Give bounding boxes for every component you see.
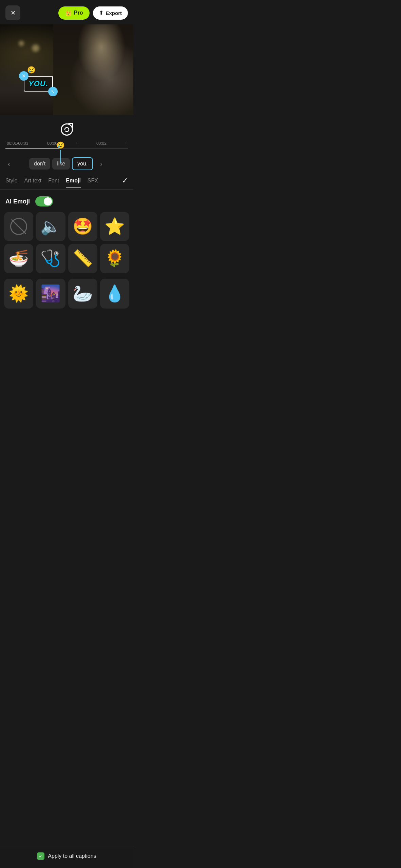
ai-emoji-label: AI Emoji [5,198,30,205]
timeline-progress [5,148,60,149]
ruler-emoji: 📏 [73,249,93,268]
time-dot1: · [76,141,77,146]
time-current: 00:01/00:03 [7,141,28,146]
droplets-emoji: 💧 [104,284,125,303]
prev-caption-button[interactable]: ‹ [3,158,15,170]
timeline: 00:01/00:03 00:00 · 00:02 · 😢 [0,141,133,155]
emoji-cell-star[interactable]: ⭐ [100,212,129,241]
emoji-cell-sun-smile[interactable]: 🌞 [4,279,33,309]
emoji-cell-droplets[interactable]: 💧 [100,279,129,309]
timeline-bar[interactable]: 😢 [5,148,128,149]
tab-sfx[interactable]: SFX [88,178,98,188]
caption-overlay[interactable]: ✕ 😢 YOU. ⤡ [24,76,53,92]
star-emoji: ⭐ [104,217,125,236]
caption-word-placeholder[interactable]: I [17,158,27,170]
pro-label: Pro [74,10,83,16]
header: ✕ 👑 Pro ⬆ Export [0,0,133,24]
export-button[interactable]: ⬆ Export [93,6,128,20]
replay-icon [61,123,73,136]
video-preview: ✕ 😢 YOU. ⤡ [0,24,133,115]
no-emoji-icon [10,218,27,235]
header-actions: 👑 Pro ⬆ Export [58,6,128,20]
emoji-cell-ramen[interactable]: 🍜 [4,244,33,273]
pro-button[interactable]: 👑 Pro [58,6,90,20]
time-dot2: · [126,141,127,146]
tab-style[interactable]: Style [5,178,18,188]
ai-emoji-toggle[interactable] [35,196,53,206]
emoji-cell-starstruck[interactable]: 🤩 [68,212,97,241]
caption-emoji: 😢 [27,66,36,74]
swan-emoji: 🦢 [73,284,93,303]
city-emoji: 🌆 [40,284,61,303]
tabs-bar: Style Art text Font Emoji SFX ✓ [0,172,133,190]
stethoscope-emoji: 🩺 [40,249,61,268]
emoji-cell-speaker[interactable]: 🔈 [36,212,65,241]
caption-word-you[interactable]: you. [72,157,93,170]
timeline-emoji: 😢 [56,141,65,149]
tab-emoji[interactable]: Emoji [66,178,81,188]
caption-delete-button[interactable]: ✕ [19,71,28,81]
ramen-emoji: 🍜 [8,249,29,268]
emoji-cell-swan[interactable]: 🦢 [68,279,97,309]
caption-resize-button[interactable]: ⤡ [48,87,58,96]
timeline-cursor-line [60,150,61,163]
emoji-cell-none[interactable] [4,212,33,241]
ai-emoji-row: AI Emoji [0,190,133,212]
sunflower-emoji: 🌻 [104,249,125,268]
starstruck-emoji: 🤩 [73,217,93,236]
emoji-cell-stethoscope[interactable]: 🩺 [36,244,65,273]
speaker-emoji: 🔈 [40,217,61,236]
export-label: Export [106,10,122,16]
crown-icon: 👑 [65,10,72,16]
time-mid1: 00:00 [47,141,57,146]
emoji-cell-sunflower[interactable]: 🌻 [100,244,129,273]
emoji-grid: 🔈 🤩 ⭐ 🍜 🩺 📏 🌻 [0,212,133,279]
tab-font[interactable]: Font [48,178,59,188]
close-button[interactable]: ✕ [5,5,20,20]
emoji-row-partial: 🌞 🌆 🦢 💧 [0,279,133,336]
timeline-timestamps: 00:01/00:03 00:00 · 00:02 · [5,141,128,146]
sun-smile-emoji: 🌞 [8,284,29,303]
video-man [53,24,133,115]
time-mid2: 00:02 [96,141,107,146]
emoji-cell-ruler[interactable]: 📏 [68,244,97,273]
toggle-thumb [44,197,52,205]
replay-area [0,115,133,141]
timeline-cursor: 😢 [56,141,65,163]
upload-icon: ⬆ [99,10,103,16]
video-scene: ✕ 😢 YOU. ⤡ [0,24,133,115]
close-icon: ✕ [11,9,16,17]
caption-words-row: ‹ I don't like you. › [0,155,133,172]
replay-button[interactable] [59,122,74,137]
tab-confirm-button[interactable]: ✓ [122,176,128,189]
next-caption-button[interactable]: › [95,158,107,170]
caption-word-dont[interactable]: don't [29,158,50,170]
tab-art-text[interactable]: Art text [24,178,42,188]
emoji-cell-city[interactable]: 🌆 [36,279,65,309]
caption-text: YOU. [28,79,48,88]
